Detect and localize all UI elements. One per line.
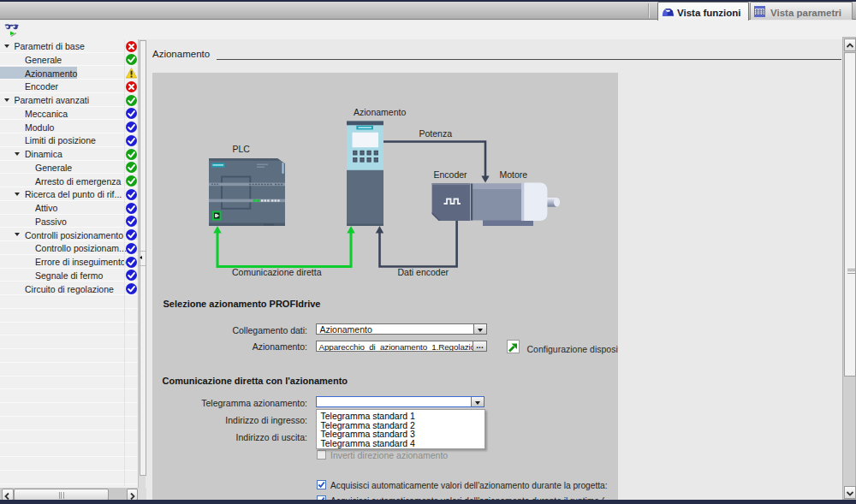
- svg-text:Encoder: Encoder: [434, 169, 468, 180]
- svg-text:Azionamento: Azionamento: [354, 107, 406, 117]
- svg-text:Dati encoder: Dati encoder: [398, 267, 449, 277]
- svg-text:Motore: Motore: [500, 169, 528, 180]
- svg-text:Comunicazione diretta: Comunicazione diretta: [232, 267, 322, 277]
- svg-text:Potenza: Potenza: [419, 128, 453, 139]
- svg-text:PLC: PLC: [233, 144, 251, 154]
